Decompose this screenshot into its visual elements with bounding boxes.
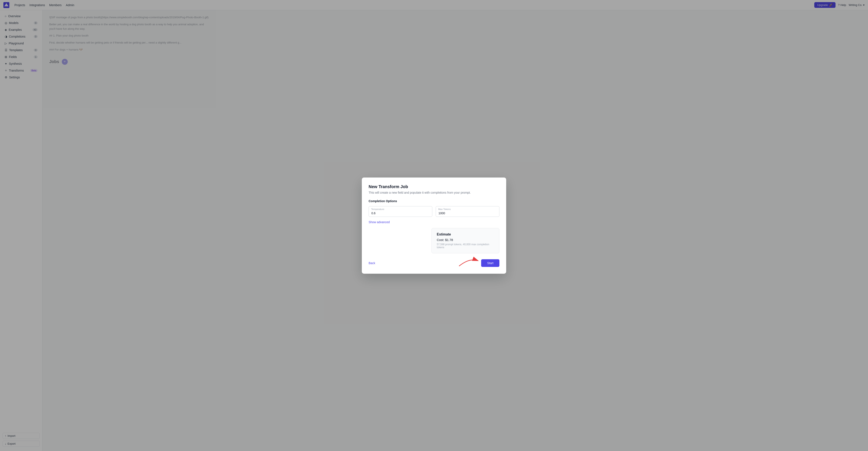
max-tokens-group: Max Tokens (436, 206, 499, 217)
temperature-label: Temperature (371, 208, 384, 210)
show-advanced-link[interactable]: Show advanced (369, 220, 390, 224)
estimate-title: Estimate (437, 233, 494, 236)
modal-title: New Transform Job (369, 184, 499, 189)
modal-description: This will create a new field and populat… (369, 191, 499, 194)
arrow-annotation (457, 253, 480, 269)
estimate-container: Estimate Cost: $1.78 57,598 prompt token… (369, 228, 499, 253)
new-transform-job-modal: New Transform Job This will create a new… (362, 178, 506, 274)
completion-options-label: Completion Options (369, 200, 499, 203)
estimate-cost: Cost: $1.78 (437, 238, 494, 242)
back-button[interactable]: Back (369, 261, 375, 265)
estimate-box: Estimate Cost: $1.78 57,598 prompt token… (431, 228, 499, 253)
completion-options: Temperature Max Tokens (369, 206, 499, 217)
modal-footer: Back Start (369, 259, 499, 267)
temperature-group: Temperature (369, 206, 432, 217)
estimate-tokens: 57,598 prompt tokens, 40,000 max complet… (437, 243, 494, 249)
max-tokens-label: Max Tokens (438, 208, 451, 210)
modal-overlay[interactable]: New Transform Job This will create a new… (0, 0, 868, 451)
start-button[interactable]: Start (481, 259, 499, 267)
